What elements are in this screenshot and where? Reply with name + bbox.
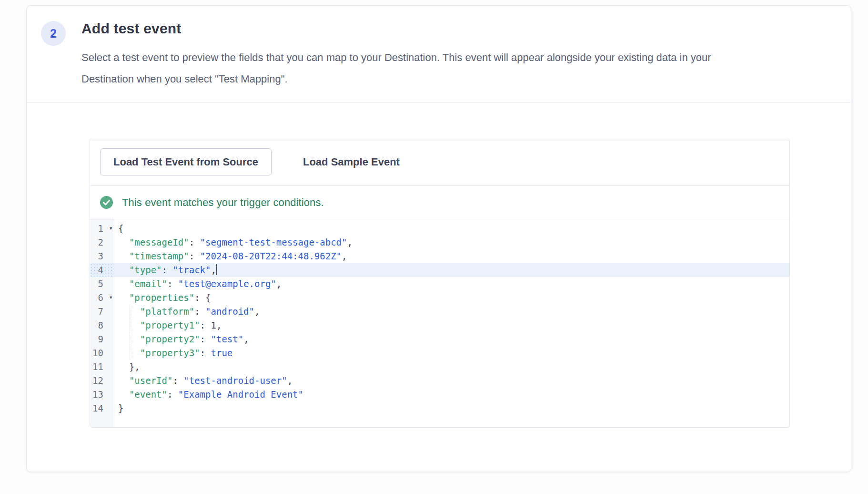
- step-description-line-2: Destination when you select "Test Mappin…: [81, 68, 711, 90]
- check-circle-icon: [100, 196, 113, 209]
- line-number: 6▾: [90, 291, 114, 305]
- step-number: 2: [50, 27, 57, 41]
- text-cursor: [216, 264, 217, 275]
- code-line[interactable]: 14}: [90, 401, 789, 415]
- code-text: }: [114, 401, 789, 415]
- step-content: Load Test Event from Source Load Sample …: [27, 103, 851, 428]
- code-line[interactable]: 11 },: [90, 360, 789, 374]
- code-line[interactable]: 10 "property3": true: [90, 346, 789, 360]
- code-line[interactable]: 13 "event": "Example Android Event": [90, 388, 789, 401]
- code-line[interactable]: 8 "property1": 1,: [90, 319, 789, 332]
- line-number: 5: [90, 277, 114, 291]
- line-number: 10: [90, 346, 114, 360]
- code-text: },: [114, 360, 789, 374]
- load-sample-event-button[interactable]: Load Sample Event: [299, 148, 404, 175]
- test-event-panel: Load Test Event from Source Load Sample …: [90, 138, 790, 428]
- code-line[interactable]: 3 "timestamp": "2024-08-20T22:44:48.962Z…: [90, 249, 789, 263]
- code-text: "event": "Example Android Event": [114, 388, 789, 401]
- line-number: 12: [90, 374, 114, 388]
- code-text: "properties": {: [114, 291, 789, 305]
- json-editor[interactable]: 1▾{2 "messageId": "segment-test-message-…: [90, 219, 789, 427]
- code-text: "email": "test@example.org",: [114, 277, 789, 291]
- trigger-match-status: This event matches your trigger conditio…: [90, 186, 789, 219]
- code-line[interactable]: 4 "type": "track",: [90, 263, 789, 277]
- step-header-text: Add test event Select a test event to pr…: [81, 19, 711, 90]
- code-text: "userId": "test-android-user",: [114, 374, 789, 388]
- code-line[interactable]: 9 "property2": "test",: [90, 332, 789, 346]
- line-number: 14: [90, 401, 114, 415]
- line-number: 7: [90, 305, 114, 319]
- event-source-toolbar: Load Test Event from Source Load Sample …: [90, 138, 789, 186]
- code-line[interactable]: 7 "platform": "android",: [90, 305, 789, 319]
- step-description: Select a test event to preview the field…: [81, 47, 711, 90]
- page-title: Add test event: [81, 19, 711, 38]
- line-number: 9: [90, 332, 114, 346]
- step-header: 2 Add test event Select a test event to …: [27, 6, 851, 103]
- code-text: "property2": "test",: [114, 332, 789, 346]
- line-number: 4: [90, 263, 114, 277]
- code-text: "type": "track",: [114, 263, 789, 277]
- fold-toggle-icon[interactable]: ▾: [109, 221, 113, 235]
- code-line[interactable]: 2 "messageId": "segment-test-message-abc…: [90, 236, 789, 249]
- line-number: 11: [90, 360, 114, 374]
- code-text: "property3": true: [114, 346, 789, 360]
- line-number: 3: [90, 249, 114, 263]
- step-description-line-1: Select a test event to preview the field…: [81, 47, 711, 68]
- step-number-badge: 2: [41, 21, 66, 46]
- code-line[interactable]: 6▾ "properties": {: [90, 291, 789, 305]
- code-text: {: [114, 222, 789, 236]
- line-number: 1▾: [90, 222, 114, 236]
- code-text: "platform": "android",: [114, 305, 789, 319]
- fold-toggle-icon[interactable]: ▾: [109, 290, 113, 304]
- line-number: 2: [90, 236, 114, 249]
- load-test-event-button[interactable]: Load Test Event from Source: [100, 148, 272, 175]
- line-number: 13: [90, 388, 114, 401]
- code-text: "messageId": "segment-test-message-abcd"…: [114, 236, 789, 249]
- add-test-event-card: 2 Add test event Select a test event to …: [26, 5, 851, 472]
- status-message: This event matches your trigger conditio…: [122, 196, 324, 209]
- code-line[interactable]: 12 "userId": "test-android-user",: [90, 374, 789, 388]
- code-line[interactable]: 1▾{: [90, 222, 789, 236]
- code-text: "property1": 1,: [114, 319, 789, 332]
- code-text: "timestamp": "2024-08-20T22:44:48.962Z",: [114, 249, 789, 263]
- code-line[interactable]: 5 "email": "test@example.org",: [90, 277, 789, 291]
- line-number: 8: [90, 319, 114, 332]
